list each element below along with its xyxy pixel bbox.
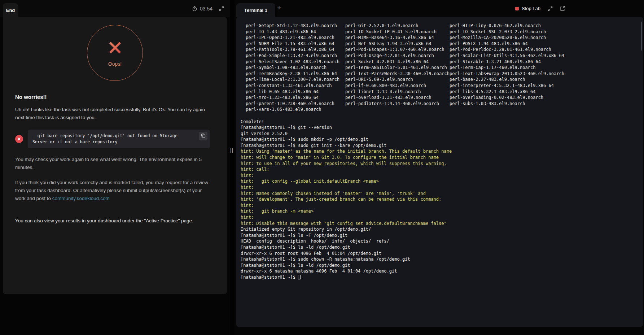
package-name: perl-vars-1.05-483.el9.noarch <box>246 106 345 113</box>
left-header-bar: End 03:54 <box>0 0 230 17</box>
package-name: perl-IO-Socket-IP-0.41-5.el9.noarch <box>345 29 450 35</box>
terminal-line: Complete! <box>241 119 639 125</box>
stopwatch-icon <box>192 6 197 12</box>
copy-icon <box>201 133 206 139</box>
divider-grip-icon[interactable]: || <box>230 147 233 153</box>
package-name: perl-libnet-3.13-4.el9.noarch <box>345 89 450 95</box>
terminal-line: drwxr-xr-x 6 natasha natasha 4096 Feb 4 … <box>241 268 639 274</box>
package-name: perl-if-0.60.800-483.el9.noarch <box>345 83 450 89</box>
left-header-controls: 03:54 <box>192 0 224 17</box>
terminal-scrollbar[interactable] <box>641 22 642 51</box>
review-text-body: If you think you did your work correctly… <box>15 180 208 201</box>
terminal-line: HEAD config description hooks/ info/ obj… <box>241 238 639 244</box>
failure-badge: Oops! <box>87 25 143 81</box>
package-name: perl-interpreter-4:5.32.1-483.el9.x86_64 <box>450 83 639 89</box>
terminal-hint-line: hint: <box>241 214 639 221</box>
package-name: perl-URI-5.09-3.el9.noarch <box>345 77 450 83</box>
terminal-hint-line: hint: 'development'. The just-created br… <box>241 196 639 203</box>
package-name: perl-Symbol-1.08-483.el9.noarch <box>246 65 345 71</box>
terminal-hint-line: hint: Names commonly chosen instead of '… <box>241 191 639 197</box>
package-name: perl-MIME-Base64-3.16-4.el9.x86_64 <box>345 35 450 41</box>
terminal-hint-line: hint: git config --global init.defaultBr… <box>241 178 639 184</box>
terminal-line: [natasha@ststor01 ~]$ <box>241 274 639 280</box>
package-name: perl-Text-Tabs+Wrap-2013.0523-460.el9.no… <box>450 71 639 77</box>
package-name: perl-Pod-Escapes-1:1.07-460.el9.noarch <box>345 47 450 53</box>
package-name: perl-Term-ANSIColor-5.01-461.el9.noarch <box>345 65 450 71</box>
open-external-icon[interactable] <box>560 6 565 11</box>
error-message-box: - git bare repository '/opt/demo.git' no… <box>28 130 210 148</box>
package-name: perl-SelectSaver-1.02-483.el9.noarch <box>246 59 345 65</box>
package-name: perl-NDBM_File-1.15-483.el9.x86_64 <box>246 41 345 47</box>
task-result-pane: End 03:54 <box>0 0 230 335</box>
package-name: perl-Mozilla-CA-20200520-6.el9.noarch <box>450 35 639 41</box>
stop-lab-label: Stop Lab <box>522 6 540 11</box>
terminal-line: [natasha@ststor01 ~]$ ls -F /opt/demo.gi… <box>241 232 639 239</box>
package-name: perl-mro-1.23-483.el9.x86_64 <box>246 95 345 101</box>
stop-lab-button[interactable]: Stop Lab <box>515 6 540 11</box>
fullscreen-icon[interactable] <box>548 6 553 11</box>
package-name: perl-PathTools-3.78-461.el9.x86_64 <box>246 47 345 53</box>
result-message: Uh oh! Looks like the task was not compl… <box>15 106 212 122</box>
terminal-line: Initialized empty Git repository in /opt… <box>241 226 639 232</box>
package-name: perl-Net-SSLeay-1.94-3.el9.x86_64 <box>345 41 450 47</box>
oops-label: Oops! <box>108 61 122 67</box>
failure-x-icon <box>107 39 123 57</box>
package-name: perl-Storable-1:3.21-460.el9.x86_64 <box>450 59 639 65</box>
package-name: perl-HTTP-Tiny-0.076-462.el9.noarch <box>450 23 639 29</box>
terminal-hint-line: hint: <box>241 203 639 209</box>
package-name: perl-POSIX-1.94-483.el9.x86_64 <box>450 41 639 47</box>
package-name: perl-Getopt-Std-1.12-483.el9.noarch <box>246 23 345 29</box>
package-name: perl-Pod-Usage-4:2.01-4.el9.noarch <box>345 53 450 59</box>
package-name: perl-Text-ParseWords-3.30-460.el9.noarch <box>345 71 450 77</box>
result-heading: No worries!! <box>15 94 215 100</box>
error-row: - git bare repository '/opt/demo.git' no… <box>15 130 215 148</box>
terminal-pane: Terminal 1 + Stop Lab <box>235 0 644 335</box>
package-name: perl-podlators-1:4.14-460.el9.noarch <box>345 101 450 107</box>
terminal-line: [natasha@ststor01 ~]$ git --version <box>241 125 639 131</box>
terminal-line: [natasha@ststor01 ~]$ sudo mkdir -p /opt… <box>241 136 639 143</box>
terminal-line: [natasha@ststor01 ~]$ ls -ld /opt/demo.g… <box>241 262 639 269</box>
pane-divider[interactable]: || <box>230 0 235 335</box>
package-name: perl-Pod-Simple-1:3.42-4.el9.noarch <box>246 53 345 59</box>
package-name: perl-Scalar-List-Utils-4:1.56-462.el9.x8… <box>450 53 639 59</box>
package-name: perl-Time-Local-2:1.300-7.el9.noarch <box>246 77 345 83</box>
package-name: perl-overload-1.31-483.el9.noarch <box>345 95 450 101</box>
package-name <box>450 106 639 113</box>
terminal-header-controls: Stop Lab <box>515 0 565 17</box>
package-name <box>345 106 450 113</box>
terminal-hint-line: hint: Using 'master' as the name for the… <box>241 148 639 155</box>
new-terminal-button[interactable]: + <box>277 4 281 11</box>
stop-icon <box>515 7 519 10</box>
terminal-line: [natasha@ststor01 ~]$ ls -ld /opt/demo.g… <box>241 244 639 251</box>
session-timer: 03:54 <box>192 6 213 12</box>
terminal[interactable]: perl-Getopt-Std-1.12-483.el9.noarchperl-… <box>236 17 643 327</box>
package-name: perl-IO-Socket-SSL-2.073-2.el9.noarch <box>450 29 639 35</box>
terminal-lines: Complete![natasha@ststor01 ~]$ git --ver… <box>241 113 639 280</box>
package-name: perl-IO-1.43-483.el9.x86_64 <box>246 29 345 35</box>
terminal-hint-line: hint: git branch -m <name> <box>241 208 639 214</box>
terminal-line: [natasha@ststor01 ~]$ sudo git init --ba… <box>241 143 639 149</box>
task-result-card: Oops! No worries!! Uh oh! Looks like the… <box>3 17 227 294</box>
terminal-hint-line: hint: <box>241 184 639 191</box>
tab-terminal-1[interactable]: Terminal 1 <box>236 3 275 17</box>
terminal-line: git version 2.52.0 <box>241 131 639 137</box>
terminal-hint-line: hint: Disable this message with "git con… <box>241 221 639 227</box>
end-tab[interactable]: End <box>3 3 18 17</box>
app-window: End 03:54 <box>0 0 644 335</box>
package-name: perl-Pod-Perldoc-3.28.01-461.el9.noarch <box>450 47 639 53</box>
review-text: If you think you did your work correctly… <box>15 179 212 203</box>
package-name: perl-overloading-0.02-483.el9.noarch <box>450 95 639 101</box>
terminal-line: [natasha@ststor01 ~]$ sudo chown -R nata… <box>241 256 639 262</box>
package-name: perl-Git-2.52.0-1.el9.noarch <box>345 23 450 29</box>
expand-pane-icon[interactable] <box>219 6 224 11</box>
terminal-header-bar: Terminal 1 + Stop Lab <box>235 0 644 17</box>
terminal-hint-line: hint: <box>241 173 639 179</box>
package-name: perl-subs-1.03-483.el9.noarch <box>450 101 639 107</box>
community-link[interactable]: community.kodekloud.com <box>52 196 110 201</box>
copy-button[interactable] <box>199 132 207 140</box>
terminal-hint-line: hint: will change to "main" in Git 3.0. … <box>241 155 639 161</box>
terminal-hint-line: hint: to use in all of your new reposito… <box>241 161 639 167</box>
package-name: perl-Term-Cap-1.17-460.el9.noarch <box>450 65 639 71</box>
terminal-cursor <box>298 275 301 279</box>
terminal-hint-line: hint: call: <box>241 166 639 173</box>
